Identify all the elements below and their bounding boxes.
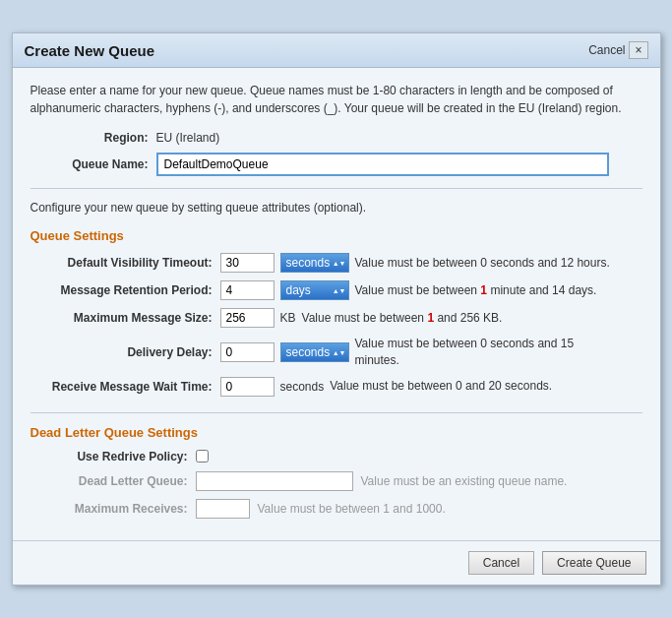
max-message-size-desc: Value must be between 1 and 256 KB.: [302, 310, 503, 327]
max-message-size-label: Maximum Message Size:: [31, 311, 213, 325]
max-message-size-input[interactable]: [220, 308, 275, 328]
dialog-header: Create New Queue Cancel ×: [13, 33, 660, 68]
create-queue-button[interactable]: Create Queue: [542, 551, 645, 575]
region-row: Region: EU (Ireland): [31, 131, 642, 145]
receive-wait-time-unit: seconds: [280, 380, 325, 394]
max-receives-desc: Value must be between 1 and 1000.: [258, 502, 446, 516]
delivery-delay-label: Delivery Delay:: [31, 345, 213, 359]
max-message-size-unit: KB: [280, 311, 296, 325]
redrive-policy-row: Use Redrive Policy:: [31, 450, 642, 464]
dialog-footer: Cancel Create Queue: [13, 540, 660, 585]
close-icon[interactable]: ×: [629, 41, 647, 59]
separator-1: [31, 188, 642, 189]
dlq-settings-section: Dead Letter Queue Settings Use Redrive P…: [31, 425, 642, 519]
delivery-delay-unit-select[interactable]: seconds minutes: [280, 342, 349, 362]
retention-period-unit-select[interactable]: seconds minutes hours days: [280, 280, 349, 300]
queue-settings-section: Queue Settings Default Visibility Timeou…: [31, 228, 642, 397]
visibility-timeout-row: Default Visibility Timeout: seconds minu…: [31, 253, 642, 273]
retention-period-input[interactable]: [220, 280, 275, 300]
visibility-timeout-unit-wrapper[interactable]: seconds minutes hours: [280, 253, 349, 273]
retention-period-row: Message Retention Period: seconds minute…: [31, 280, 642, 300]
receive-wait-time-label: Receive Message Wait Time:: [31, 380, 213, 394]
visibility-timeout-input[interactable]: [220, 253, 275, 273]
dlq-settings-title: Dead Letter Queue Settings: [31, 425, 642, 440]
visibility-timeout-unit-select[interactable]: seconds minutes hours: [280, 253, 349, 273]
delivery-delay-input[interactable]: [220, 342, 275, 362]
dead-letter-queue-label: Dead Letter Queue:: [31, 474, 188, 488]
separator-2: [31, 412, 642, 413]
dialog-title: Create New Queue: [25, 42, 155, 59]
delivery-delay-desc: Value must be between 0 seconds and 15 m…: [355, 336, 611, 369]
intro-text: Please enter a name for your new queue. …: [31, 82, 642, 117]
receive-wait-time-input[interactable]: [220, 377, 275, 397]
cancel-button[interactable]: Cancel: [468, 551, 534, 575]
queue-name-label: Queue Name:: [31, 157, 149, 171]
delivery-delay-row: Delivery Delay: seconds minutes Value mu…: [31, 336, 642, 369]
redrive-policy-label: Use Redrive Policy:: [31, 450, 188, 464]
visibility-timeout-label: Default Visibility Timeout:: [31, 256, 213, 270]
config-text: Configure your new queue by setting queu…: [31, 201, 642, 215]
max-receives-row: Maximum Receives: Value must be between …: [31, 499, 642, 519]
delivery-delay-unit-wrapper[interactable]: seconds minutes: [280, 342, 349, 362]
create-queue-dialog: Create New Queue Cancel × Please enter a…: [12, 32, 661, 586]
max-receives-label: Maximum Receives:: [31, 502, 188, 516]
receive-wait-time-desc: Value must be between 0 and 20 seconds.: [330, 378, 552, 395]
retention-period-label: Message Retention Period:: [31, 283, 213, 297]
dead-letter-queue-desc: Value must be an existing queue name.: [361, 474, 568, 488]
retention-period-desc: Value must be between 1 minute and 14 da…: [355, 282, 597, 299]
receive-wait-time-row: Receive Message Wait Time: seconds Value…: [31, 377, 642, 397]
header-cancel-button[interactable]: Cancel ×: [588, 41, 647, 59]
dialog-body: Please enter a name for your new queue. …: [13, 68, 660, 540]
max-message-size-row: Maximum Message Size: KB Value must be b…: [31, 308, 642, 328]
region-value: EU (Ireland): [156, 131, 220, 145]
redrive-policy-checkbox[interactable]: [196, 450, 209, 463]
queue-name-row: Queue Name:: [31, 153, 642, 176]
dead-letter-queue-row: Dead Letter Queue: Value must be an exis…: [31, 471, 642, 491]
dead-letter-queue-input[interactable]: [196, 471, 353, 491]
retention-period-unit-wrapper[interactable]: seconds minutes hours days: [280, 280, 349, 300]
queue-settings-title: Queue Settings: [31, 228, 642, 243]
max-receives-input[interactable]: [196, 499, 250, 519]
visibility-timeout-desc: Value must be between 0 seconds and 12 h…: [355, 255, 610, 272]
header-cancel-label: Cancel: [588, 43, 625, 57]
region-label: Region:: [31, 131, 149, 145]
queue-name-input[interactable]: [156, 153, 609, 176]
